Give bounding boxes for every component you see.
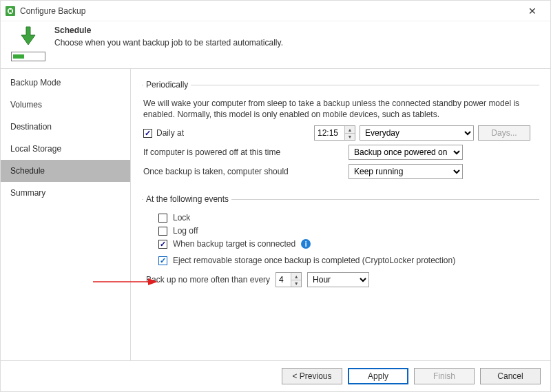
svg-rect-2 xyxy=(10,8,11,10)
app-icon xyxy=(5,6,16,17)
group-events: At the following events Lock Log off Whe… xyxy=(142,194,539,291)
apply-button[interactable]: Apply xyxy=(348,368,408,384)
periodically-description: We will wake your computer from sleep to… xyxy=(143,98,538,120)
spin-down-icon[interactable]: ▼ xyxy=(345,134,355,141)
after-backup-select[interactable]: Keep running xyxy=(349,164,463,179)
eject-storage-checkbox[interactable] xyxy=(158,256,167,265)
after-backup-label: Once backup is taken, computer should xyxy=(143,167,289,176)
sidebar-item-backup-mode[interactable]: Backup Mode xyxy=(1,72,130,94)
sidebar-item-destination[interactable]: Destination xyxy=(1,116,130,138)
wizard-footer: < Previous Apply Finish Cancel xyxy=(1,360,550,391)
titlebar: Configure Backup ✕ xyxy=(1,1,550,21)
svg-rect-3 xyxy=(10,12,11,14)
svg-rect-0 xyxy=(6,6,15,16)
daily-checkbox[interactable] xyxy=(143,129,152,138)
page-subtitle: Choose when you want backup job to be st… xyxy=(54,38,283,48)
progress-icon xyxy=(11,52,45,61)
finish-button[interactable]: Finish xyxy=(414,368,475,384)
target-connected-checkbox[interactable] xyxy=(158,240,167,249)
svg-rect-5 xyxy=(12,10,13,12)
target-connected-label: When backup target is connected xyxy=(173,239,295,249)
spin-down-icon[interactable]: ▼ xyxy=(291,280,301,287)
spin-up-icon[interactable]: ▲ xyxy=(345,126,355,134)
days-button[interactable]: Days... xyxy=(478,125,530,141)
eject-storage-label: Eject removable storage once backup is c… xyxy=(173,256,455,265)
logoff-label: Log off xyxy=(173,226,198,236)
cancel-button[interactable]: Cancel xyxy=(480,368,541,384)
wizard-icon xyxy=(10,25,46,61)
dialog-window: Configure Backup ✕ Schedule Choose when … xyxy=(0,0,551,392)
info-icon[interactable]: i xyxy=(301,239,311,249)
daily-time-spinner[interactable]: ▲▼ xyxy=(314,125,355,141)
svg-rect-4 xyxy=(8,10,9,12)
throttle-label: Back up no more often than every xyxy=(146,275,270,285)
wizard-sidebar: Backup ModeVolumesDestinationLocal Stora… xyxy=(1,69,130,360)
page-title: Schedule xyxy=(54,25,283,35)
daily-label: Daily at xyxy=(156,128,184,138)
sidebar-item-local-storage[interactable]: Local Storage xyxy=(1,138,130,160)
throttle-unit-select[interactable]: Hour xyxy=(307,272,369,287)
poweredoff-label: If computer is powered off at this time xyxy=(143,147,280,157)
spin-up-icon[interactable]: ▲ xyxy=(291,273,301,280)
window-title: Configure Backup xyxy=(20,6,85,16)
sidebar-item-schedule[interactable]: Schedule xyxy=(1,160,130,182)
wizard-content: Periodically We will wake your computer … xyxy=(130,69,550,360)
group-periodically-legend: Periodically xyxy=(143,80,191,90)
sidebar-item-summary[interactable]: Summary xyxy=(1,182,130,204)
group-periodically: Periodically We will wake your computer … xyxy=(142,80,539,183)
throttle-value-spinner[interactable]: ▲▼ xyxy=(276,272,302,287)
previous-button[interactable]: < Previous xyxy=(282,368,342,384)
group-events-legend: At the following events xyxy=(143,194,231,204)
close-button[interactable]: ✕ xyxy=(519,1,546,21)
logoff-checkbox[interactable] xyxy=(158,227,167,236)
wizard-header: Schedule Choose when you want backup job… xyxy=(1,21,550,68)
sidebar-item-volumes[interactable]: Volumes xyxy=(1,94,130,116)
lock-label: Lock xyxy=(173,213,190,223)
poweredoff-select[interactable]: Backup once powered on xyxy=(349,145,463,160)
daily-frequency-select[interactable]: Everyday xyxy=(360,125,474,141)
lock-checkbox[interactable] xyxy=(158,214,167,223)
